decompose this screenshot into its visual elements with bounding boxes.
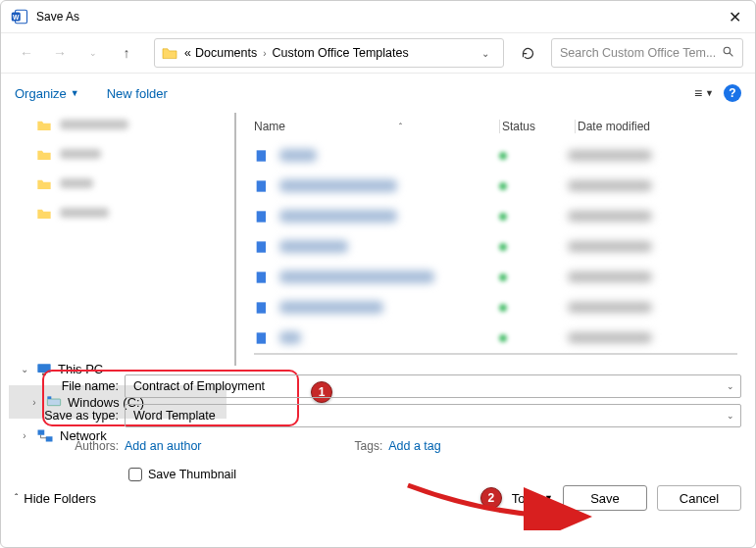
caret-down-icon: ▼ [705, 88, 714, 98]
view-options-button[interactable]: ≡ ▼ [694, 85, 714, 101]
folder-icon [161, 46, 178, 60]
save-button[interactable]: Save [563, 485, 647, 511]
breadcrumb-seg1[interactable]: Documents [195, 46, 257, 60]
tools-menu[interactable]: Tools ▼ [512, 491, 553, 506]
breadcrumb-dropdown[interactable]: ⌄ [474, 48, 497, 59]
breadcrumb[interactable]: « Documents › Custom Office Templates ⌄ [154, 38, 504, 68]
svg-rect-17 [257, 333, 266, 344]
close-icon[interactable]: ✕ [725, 4, 745, 30]
hide-folders-label: Hide Folders [24, 491, 96, 506]
search-placeholder: Search Custom Office Tem... [560, 46, 718, 60]
organize-label: Organize [15, 86, 67, 101]
quick-access-item[interactable] [36, 201, 227, 224]
tools-label: Tools [512, 491, 541, 506]
word-app-icon: W [11, 8, 28, 25]
file-row[interactable] [254, 171, 737, 201]
svg-rect-16 [257, 303, 266, 314]
svg-rect-14 [257, 242, 266, 253]
folder-tree: ⌄ This PC › Windows (C:) › Network [1, 113, 234, 366]
window-title: Save As [36, 10, 79, 24]
search-icon [722, 45, 734, 61]
quick-access-item[interactable] [36, 142, 227, 166]
file-name-value: Contract of Employment [133, 379, 265, 393]
file-row[interactable] [254, 140, 737, 171]
file-row[interactable] [254, 323, 737, 353]
annotation-badge-2: 2 [480, 487, 502, 509]
organize-menu[interactable]: Organize ▼ [15, 86, 79, 101]
caret-down-icon: ▼ [544, 493, 553, 503]
cancel-button[interactable]: Cancel [657, 485, 741, 511]
file-name-label: File name: [15, 379, 125, 393]
help-button[interactable]: ? [724, 84, 741, 102]
column-header-name[interactable]: Name ˆ [254, 120, 499, 133]
column-header-date[interactable]: Date modified [578, 120, 737, 133]
tags-label: Tags: [355, 439, 383, 453]
file-list-pane: Name ˆ Status Date modified [234, 113, 755, 366]
chevron-down-icon[interactable]: ⌄ [727, 411, 734, 421]
save-thumbnail-checkbox[interactable] [128, 468, 142, 481]
file-row[interactable] [254, 292, 737, 323]
chevron-down-icon[interactable]: ⌄ [727, 381, 734, 391]
file-row[interactable] [254, 201, 737, 231]
breadcrumb-seg2[interactable]: Custom Office Templates [273, 46, 409, 60]
add-author-link[interactable]: Add an author [125, 439, 202, 453]
col-label: Name [254, 120, 285, 133]
authors-label: Authors: [15, 439, 125, 453]
column-header-status[interactable]: Status [502, 120, 575, 133]
file-row[interactable] [254, 262, 737, 292]
svg-text:W: W [13, 14, 20, 21]
svg-point-3 [724, 47, 731, 54]
svg-rect-13 [257, 212, 266, 223]
chevron-up-icon: ˆ [15, 493, 18, 504]
nav-forward-button[interactable]: → [46, 39, 74, 67]
refresh-button[interactable] [514, 39, 541, 67]
new-folder-button[interactable]: New folder [107, 86, 168, 101]
file-row[interactable] [254, 231, 737, 262]
file-name-input[interactable]: Contract of Employment ⌄ [125, 374, 741, 398]
hide-folders-toggle[interactable]: ˆ Hide Folders [15, 491, 96, 506]
nav-recent-dropdown[interactable]: ⌄ [79, 39, 107, 67]
svg-rect-15 [257, 273, 266, 283]
add-tag-link[interactable]: Add a tag [388, 439, 441, 453]
sort-ascending-icon: ˆ [399, 122, 402, 131]
list-icon: ≡ [694, 85, 702, 101]
search-input[interactable]: Search Custom Office Tem... [551, 38, 743, 68]
nav-up-button[interactable]: ↑ [113, 39, 140, 67]
save-type-dropdown[interactable]: Word Template ⌄ [125, 404, 741, 427]
save-type-label: Save as type: [15, 409, 125, 423]
caret-down-icon: ▼ [71, 88, 79, 98]
breadcrumb-prefix: « [184, 46, 191, 60]
save-type-value: Word Template [133, 409, 216, 423]
save-thumbnail-label[interactable]: Save Thumbnail [148, 468, 236, 481]
quick-access-item[interactable] [36, 172, 227, 195]
svg-line-4 [730, 53, 732, 56]
nav-back-button[interactable]: ← [13, 39, 40, 67]
quick-access-item[interactable] [36, 113, 227, 136]
svg-rect-12 [257, 181, 266, 192]
svg-rect-11 [257, 151, 266, 162]
chevron-right-icon: › [263, 48, 266, 59]
